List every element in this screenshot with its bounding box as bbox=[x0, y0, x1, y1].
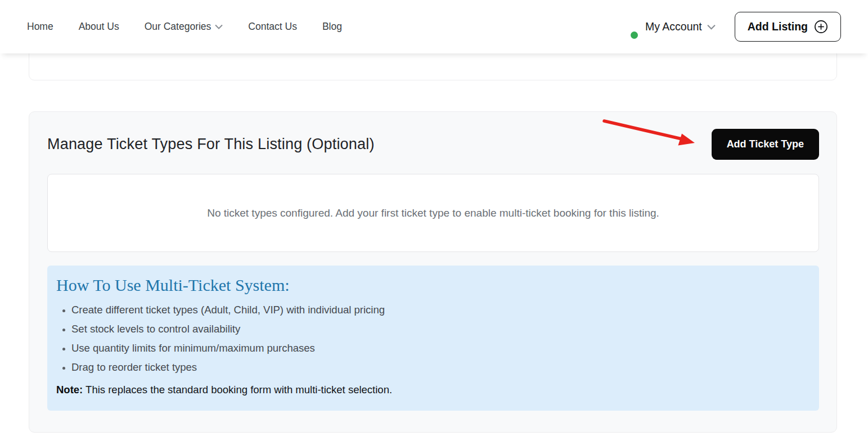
nav-item-home[interactable]: Home bbox=[27, 21, 53, 33]
header-right: My Account Add Listing bbox=[631, 12, 841, 42]
nav-item-contact-us[interactable]: Contact Us bbox=[248, 21, 297, 33]
tip-item: Use quantity limits for minimum/maximum … bbox=[71, 342, 810, 354]
tip-item: Drag to reorder ticket types bbox=[71, 361, 810, 374]
nav-item-about-us[interactable]: About Us bbox=[79, 21, 119, 33]
add-listing-button[interactable]: Add Listing bbox=[735, 12, 841, 42]
page-content: Manage Ticket Types For This Listing (Op… bbox=[0, 47, 868, 433]
info-heading: How To Use Multi-Ticket System: bbox=[56, 276, 810, 295]
ticket-types-section: Manage Ticket Types For This Listing (Op… bbox=[29, 111, 837, 433]
online-status-dot bbox=[631, 32, 638, 39]
note-text: This replaces the standard booking form … bbox=[86, 384, 392, 395]
nav-item-blog[interactable]: Blog bbox=[322, 21, 342, 33]
tip-item: Set stock levels to control availability bbox=[71, 323, 810, 335]
nav-item-our-categories-label: Our Categories bbox=[145, 21, 212, 33]
note-label: Note: bbox=[56, 384, 83, 395]
section-title: Manage Ticket Types For This Listing (Op… bbox=[47, 136, 375, 153]
my-account-menu[interactable]: My Account bbox=[645, 20, 716, 33]
plus-circle-icon bbox=[814, 20, 828, 34]
chevron-down-icon bbox=[707, 24, 716, 30]
site-header: Home About Us Our Categories Contact Us … bbox=[0, 0, 868, 53]
main-nav: Home About Us Our Categories Contact Us … bbox=[27, 21, 367, 33]
tips-list: Create different ticket types (Adult, Ch… bbox=[56, 304, 810, 374]
how-to-info-box: How To Use Multi-Ticket System: Create d… bbox=[47, 266, 819, 411]
chevron-down-icon bbox=[215, 24, 223, 29]
empty-state-box: No ticket types configured. Add your fir… bbox=[47, 174, 819, 252]
empty-state-message: No ticket types configured. Add your fir… bbox=[207, 207, 659, 219]
section-header-row: Manage Ticket Types For This Listing (Op… bbox=[47, 112, 819, 160]
my-account-label: My Account bbox=[645, 20, 702, 33]
add-ticket-type-button[interactable]: Add Ticket Type bbox=[712, 129, 819, 160]
tip-item: Create different ticket types (Adult, Ch… bbox=[71, 304, 810, 316]
note-line: Note: This replaces the standard booking… bbox=[56, 384, 810, 396]
nav-item-our-categories[interactable]: Our Categories bbox=[145, 21, 223, 33]
add-listing-label: Add Listing bbox=[748, 20, 808, 33]
